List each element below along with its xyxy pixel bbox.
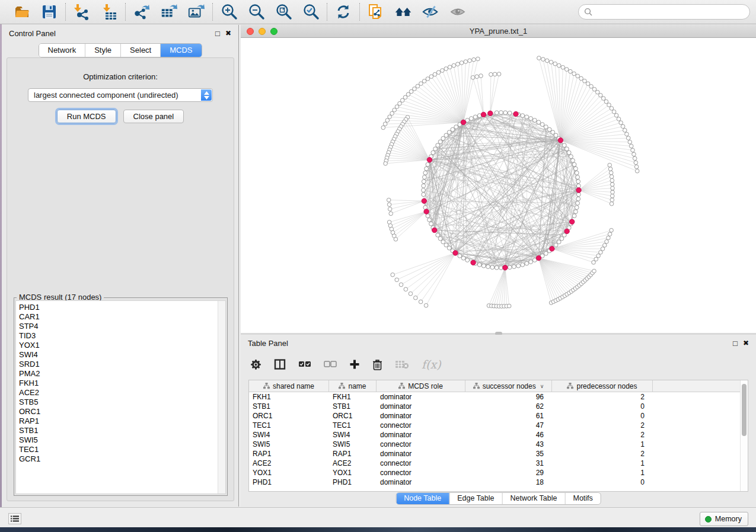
mcds-result-item[interactable]: STB5: [19, 398, 225, 407]
graph-node[interactable]: [572, 214, 576, 218]
mcds-result-item[interactable]: TEC1: [19, 445, 225, 454]
graph-node[interactable]: [433, 147, 438, 151]
graph-node[interactable]: [441, 69, 445, 73]
column-header-MCDS-role[interactable]: MCDS role: [377, 380, 465, 392]
graph-node[interactable]: [436, 233, 440, 237]
graph-node[interactable]: [610, 228, 614, 232]
tab-edge-table[interactable]: Edge Table: [449, 493, 502, 504]
graph-node[interactable]: [452, 63, 456, 68]
graph-node[interactable]: [464, 60, 468, 64]
graph-node[interactable]: [564, 68, 569, 72]
graph-node[interactable]: [576, 180, 580, 184]
graph-node[interactable]: [422, 79, 426, 84]
graph-node[interactable]: [460, 61, 464, 65]
graph-node[interactable]: [508, 265, 512, 270]
table-row[interactable]: STB1STB1dominator620: [249, 402, 748, 411]
delete-column-button[interactable]: [372, 359, 382, 370]
refresh-layout-button[interactable]: [334, 3, 352, 21]
graph-node[interactable]: [601, 247, 605, 251]
column-header-successor-nodes[interactable]: successor nodes∨: [465, 380, 552, 392]
graph-node[interactable]: [398, 101, 402, 105]
graph-node[interactable]: [424, 303, 428, 307]
graph-node[interactable]: [619, 121, 623, 125]
graph-node[interactable]: [384, 162, 388, 166]
zoom-selected-button[interactable]: [302, 3, 320, 21]
graph-node[interactable]: [458, 254, 462, 258]
mcds-result-item[interactable]: CAR1: [19, 312, 225, 322]
mcds-result-item[interactable]: PMA2: [19, 369, 225, 379]
graph-node[interactable]: [610, 198, 614, 202]
graph-node[interactable]: [557, 240, 561, 244]
graph-node[interactable]: [612, 110, 616, 114]
graph-node[interactable]: [489, 72, 493, 76]
graph-node[interactable]: [395, 105, 399, 109]
mcds-result-item[interactable]: GCR1: [19, 454, 225, 464]
graph-node[interactable]: [592, 269, 596, 273]
table-settings-button[interactable]: [250, 359, 261, 370]
graph-node[interactable]: [429, 75, 433, 79]
graph-node[interactable]: [428, 218, 432, 222]
graph-node[interactable]: [381, 126, 385, 130]
export-table-button[interactable]: [160, 3, 178, 21]
graph-node[interactable]: [426, 77, 430, 81]
graph-node[interactable]: [635, 169, 639, 173]
graph-node[interactable]: [393, 108, 397, 112]
search-input[interactable]: [595, 8, 744, 17]
mcds-result-item[interactable]: PHD1: [19, 303, 225, 312]
graph-node[interactable]: [608, 232, 612, 236]
tab-motifs[interactable]: Motifs: [565, 493, 600, 504]
graph-node[interactable]: [444, 133, 448, 137]
duplicate-network-button[interactable]: [367, 3, 385, 21]
graph-node[interactable]: [626, 136, 630, 140]
graph-node[interactable]: [521, 114, 525, 118]
mcds-result-item[interactable]: TID3: [19, 331, 225, 341]
graph-mcds-node[interactable]: [570, 219, 575, 224]
graph-node[interactable]: [422, 193, 426, 197]
graph-node[interactable]: [609, 171, 613, 175]
graph-node[interactable]: [599, 251, 603, 255]
graph-mcds-node[interactable]: [481, 112, 486, 117]
graph-node[interactable]: [399, 283, 403, 287]
graph-node[interactable]: [495, 111, 499, 115]
graph-mcds-node[interactable]: [564, 229, 569, 233]
graph-node[interactable]: [422, 188, 426, 193]
graph-node[interactable]: [387, 198, 391, 202]
graph-node[interactable]: [541, 57, 546, 62]
graph-node[interactable]: [579, 76, 583, 81]
graph-mcds-node[interactable]: [432, 227, 437, 232]
graph-node[interactable]: [576, 184, 580, 188]
graph-node[interactable]: [608, 167, 613, 171]
float-panel-icon[interactable]: □: [215, 30, 220, 37]
graph-node[interactable]: [551, 130, 555, 134]
table-row[interactable]: RAP1RAP1dominator352: [249, 449, 748, 459]
graph-node[interactable]: [454, 125, 458, 129]
graph-node[interactable]: [433, 72, 437, 76]
graph-node[interactable]: [389, 211, 393, 216]
graph-node[interactable]: [610, 182, 614, 187]
graph-mcds-node[interactable]: [427, 158, 432, 162]
float-table-panel-icon[interactable]: □: [733, 339, 738, 347]
graph-mcds-node[interactable]: [422, 198, 426, 203]
graph-node[interactable]: [603, 243, 607, 248]
import-network-button[interactable]: [73, 3, 91, 21]
graph-node[interactable]: [561, 65, 565, 69]
graph-node[interactable]: [540, 123, 544, 127]
graph-node[interactable]: [423, 171, 428, 175]
graph-node[interactable]: [553, 62, 557, 66]
graph-node[interactable]: [547, 127, 551, 132]
graph-node[interactable]: [507, 304, 511, 308]
graph-node[interactable]: [629, 144, 633, 148]
graph-node[interactable]: [586, 82, 590, 86]
graph-node[interactable]: [448, 65, 452, 69]
graph-node[interactable]: [589, 85, 594, 89]
table-scrollbar[interactable]: [740, 380, 748, 491]
mcds-result-item[interactable]: SWI4: [19, 350, 225, 360]
graph-node[interactable]: [416, 84, 420, 88]
table-row[interactable]: TEC1TEC1connector472: [249, 421, 748, 430]
graph-node[interactable]: [409, 291, 413, 296]
graph-node[interactable]: [447, 130, 451, 134]
mcds-result-item[interactable]: STP4: [19, 322, 225, 331]
graph-node[interactable]: [473, 115, 477, 119]
graph-node[interactable]: [571, 159, 575, 163]
graph-node[interactable]: [503, 111, 508, 115]
